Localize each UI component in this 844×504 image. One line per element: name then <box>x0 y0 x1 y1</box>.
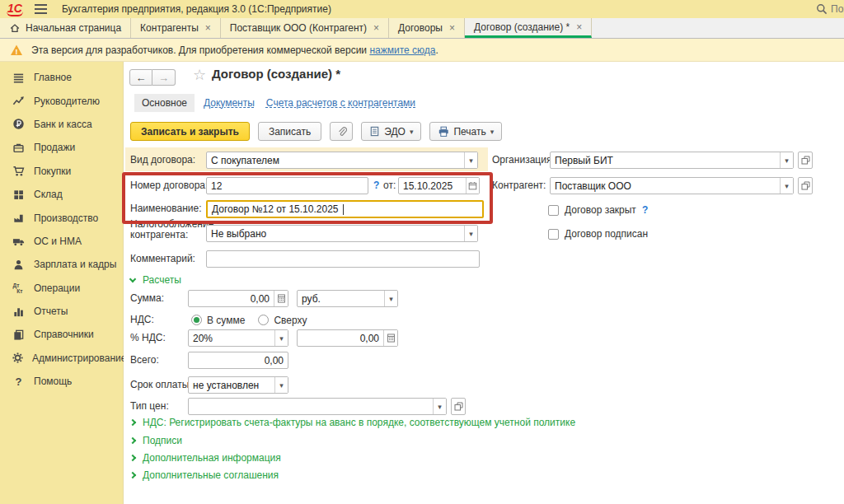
price-type-field[interactable]: ▾ <box>188 398 447 415</box>
tab-home[interactable]: Начальная страница <box>0 18 131 38</box>
closed-help-icon[interactable]: ? <box>642 204 648 216</box>
back-button[interactable]: ← <box>129 69 152 86</box>
form-nav: Основное Документы Счета расчетов с конт… <box>134 94 415 112</box>
section-vat-advance[interactable]: НДС: Регистрировать счета-фактуры на ава… <box>130 417 575 428</box>
forward-button[interactable]: → <box>152 69 176 86</box>
caret-down-icon[interactable]: ▾ <box>464 152 477 168</box>
open-icon <box>454 402 463 411</box>
sidebar-item-fixed-assets[interactable]: ОС и НМА <box>0 230 123 253</box>
contract-signed-label: Договор подписан <box>565 228 648 240</box>
tab-supplier[interactable]: Поставщик ООО (Контрагент) × <box>221 18 389 38</box>
edo-doc-icon <box>369 126 380 137</box>
sidebar-item-bank[interactable]: Банк и касса <box>0 113 123 136</box>
close-icon[interactable]: × <box>373 22 379 34</box>
history-nav: ← → <box>129 69 176 86</box>
sum-field[interactable]: 0,00 <box>188 290 288 307</box>
person-icon <box>12 259 26 271</box>
calculator-icon[interactable] <box>383 330 397 346</box>
sidebar-label: Отчеты <box>34 306 68 317</box>
tab-strip: Начальная страница Контрагенты × Поставщ… <box>0 18 844 39</box>
sidebar-label: Продажи <box>34 142 75 153</box>
caret-down-icon[interactable]: ▾ <box>780 178 793 194</box>
currency-field[interactable]: руб. ▾ <box>297 290 398 307</box>
sidebar-item-administration[interactable]: Администрирование <box>0 347 123 370</box>
tax-field[interactable]: Не выбрано ▾ <box>206 225 478 242</box>
sidebar-item-reports[interactable]: Отчеты <box>0 300 123 323</box>
org-label: Организация: <box>492 152 555 169</box>
tab-contractors[interactable]: Контрагенты × <box>131 18 221 38</box>
date-field[interactable]: 15.10.2025 <box>398 177 480 194</box>
sidebar-item-operations[interactable]: ДтКт Операции <box>0 277 123 300</box>
sidebar-item-main[interactable]: Главное <box>0 66 123 89</box>
caret-down-icon[interactable]: ▾ <box>274 377 288 393</box>
org-open-button[interactable] <box>798 152 813 169</box>
vat-pct-field[interactable]: 20% ▾ <box>188 329 288 347</box>
section-additional-info[interactable]: Дополнительная информация <box>130 452 281 464</box>
edo-button[interactable]: ЭДО▾ <box>361 122 421 141</box>
sidebar-item-sales[interactable]: Продажи <box>0 136 123 159</box>
vat-amount-field[interactable]: 0,00 <box>297 329 398 347</box>
main-menu-icon[interactable] <box>35 4 47 14</box>
svg-text:!: ! <box>16 47 18 55</box>
caret-down-icon[interactable]: ▾ <box>464 226 477 241</box>
close-icon[interactable]: × <box>449 22 455 34</box>
print-button[interactable]: Печать▾ <box>429 122 502 141</box>
factory-icon <box>12 212 26 224</box>
contractor-field[interactable]: Поставщик ООО ▾ <box>550 177 794 194</box>
sidebar-label: Главное <box>34 72 72 83</box>
contract-signed-checkbox[interactable] <box>548 229 559 240</box>
sidebar-item-production[interactable]: Производство <box>0 206 123 229</box>
contractor-open-button[interactable] <box>798 177 813 194</box>
calc-section-header[interactable]: Расчеты <box>130 274 181 286</box>
caret-down-icon[interactable]: ▾ <box>433 399 446 414</box>
number-help-icon[interactable]: ? <box>373 177 379 194</box>
section-signatures[interactable]: Подписи <box>130 435 182 446</box>
name-field[interactable]: Договор №12 от 15.10.2025 <box>206 200 484 218</box>
chevron-right-icon <box>129 472 136 478</box>
vat-in-sum-radio[interactable] <box>191 315 202 325</box>
truck-icon <box>12 235 26 247</box>
caret-down-icon[interactable]: ▾ <box>384 291 397 306</box>
tax-label: Налогообложениеконтрагента: <box>130 219 213 240</box>
attach-button[interactable] <box>330 122 353 141</box>
number-field[interactable]: 12 <box>206 177 368 194</box>
close-icon[interactable]: × <box>576 21 582 33</box>
due-field[interactable]: не установлен ▾ <box>188 376 288 394</box>
sidebar-item-payroll[interactable]: Зарплата и кадры <box>0 253 123 276</box>
vat-label: НДС: <box>130 311 154 329</box>
chevron-right-icon <box>129 419 136 426</box>
nav-tab-main[interactable]: Основное <box>134 94 195 112</box>
briefcase-icon <box>12 142 26 154</box>
tab-contract-new[interactable]: Договор (создание) * × <box>465 18 592 38</box>
tab-label: Контрагенты <box>140 22 199 34</box>
close-icon[interactable]: × <box>205 22 211 34</box>
calculator-icon[interactable] <box>274 291 288 306</box>
price-type-open-button[interactable] <box>451 398 466 415</box>
sidebar-item-purchases[interactable]: Покупки <box>0 160 123 183</box>
save-button[interactable]: Записать <box>258 122 321 141</box>
buy-link[interactable]: нажмите сюда <box>369 44 435 56</box>
sidebar-item-manager[interactable]: Руководителю <box>0 89 123 112</box>
sidebar-item-directories[interactable]: Справочники <box>0 323 123 346</box>
comment-field[interactable] <box>206 250 480 268</box>
tab-contracts[interactable]: Договоры × <box>389 18 465 38</box>
sidebar-label: Помощь <box>34 376 72 387</box>
section-additional-agreements[interactable]: Дополнительные соглашения <box>130 469 279 481</box>
nav-tab-accounts[interactable]: Счета расчетов с контрагентами <box>266 97 415 109</box>
save-close-button[interactable]: Записать и закрыть <box>130 122 250 141</box>
caret-down-icon[interactable]: ▾ <box>274 330 288 346</box>
global-search[interactable]: Поиск <box>816 0 844 18</box>
calendar-icon[interactable] <box>466 178 479 194</box>
org-field[interactable]: Первый БИТ ▾ <box>550 152 794 169</box>
from-label: от: <box>383 177 396 194</box>
svg-text:Кт: Кт <box>16 288 23 294</box>
sidebar-item-warehouse[interactable]: Склад <box>0 183 123 206</box>
kind-field[interactable]: С покупателем ▾ <box>206 152 478 169</box>
vat-on-top-radio[interactable] <box>258 315 269 325</box>
contract-closed-checkbox[interactable] <box>548 205 559 216</box>
nav-tab-documents[interactable]: Документы <box>204 97 255 109</box>
sidebar-item-help[interactable]: ? Помощь <box>0 370 123 393</box>
contract-closed-label: Договор закрыт <box>565 204 636 216</box>
caret-down-icon[interactable]: ▾ <box>780 152 793 168</box>
favorite-star-icon[interactable]: ☆ <box>193 66 206 84</box>
